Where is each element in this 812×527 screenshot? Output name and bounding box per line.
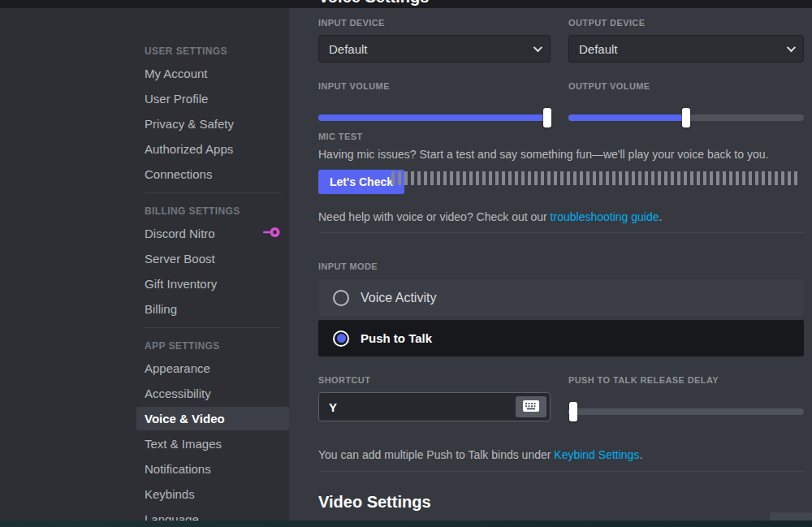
- nav-header-user-settings: USER SETTINGS: [136, 41, 289, 62]
- output-volume-group: OUTPUT VOLUME: [568, 81, 804, 127]
- sidebar-item-text-images[interactable]: Text & Images: [136, 432, 289, 456]
- shortcut-label: SHORTCUT: [318, 375, 551, 385]
- input-device-label: INPUT DEVICE: [318, 18, 551, 28]
- output-device-select[interactable]: Default: [568, 35, 804, 63]
- sidebar-item-authorized-apps[interactable]: Authorized Apps: [136, 137, 289, 161]
- input-volume-group: INPUT VOLUME: [318, 81, 551, 127]
- release-delay-group: PUSH TO TALK RELEASE DELAY: [568, 375, 804, 421]
- shortcut-value: Y: [329, 400, 337, 414]
- input-volume-fill: [318, 114, 547, 121]
- voice-video-settings-panel: INPUT DEVICE Default OUTPUT DEVICE Defau…: [318, 8, 804, 527]
- input-mode-option-voice-activity[interactable]: Voice Activity: [318, 279, 804, 316]
- shortcut-group: SHORTCUT Y: [318, 375, 551, 421]
- troubleshooting-guide-link[interactable]: troubleshooting guide: [551, 210, 659, 223]
- slider-track: [568, 408, 804, 415]
- input-volume-label: INPUT VOLUME: [318, 81, 551, 91]
- sidebar-item-accessibility[interactable]: Accessibility: [136, 382, 289, 405]
- output-volume-fill: [568, 114, 686, 121]
- nav-header-app-settings: APP SETTINGS: [136, 335, 289, 356]
- release-delay-label: PUSH TO TALK RELEASE DELAY: [568, 375, 804, 385]
- voice-help-text: Need help with voice or video? Check out…: [318, 210, 662, 223]
- nav-header-billing-settings: BILLING SETTINGS: [136, 201, 289, 222]
- radio-icon: [333, 330, 349, 347]
- top-edge-strip: Voice Settings: [0, 0, 812, 8]
- release-delay-slider[interactable]: [568, 402, 804, 421]
- sidebar-item-user-profile[interactable]: User Profile: [136, 87, 289, 110]
- output-device-label: OUTPUT DEVICE: [568, 18, 804, 28]
- output-volume-slider[interactable]: [568, 108, 804, 127]
- section-divider: [318, 471, 804, 472]
- sidebar-item-server-boost[interactable]: Server Boost: [136, 247, 289, 270]
- section-divider: [318, 232, 804, 233]
- nav-divider: [145, 327, 281, 328]
- keybind-note-text: You can add multiple Push to Talk binds …: [318, 448, 642, 461]
- radio-icon: [333, 290, 349, 306]
- release-delay-thumb[interactable]: [569, 402, 577, 421]
- settings-sidebar-pane: USER SETTINGS My Account User Profile Pr…: [0, 0, 289, 527]
- input-volume-slider[interactable]: [318, 108, 551, 127]
- sidebar-item-notifications[interactable]: Notifications: [136, 457, 289, 481]
- discord-settings-window: USER SETTINGS My Account User Profile Pr…: [0, 0, 812, 527]
- sidebar-item-my-account[interactable]: My Account: [136, 62, 289, 85]
- sidebar-item-connections[interactable]: Connections: [136, 162, 289, 186]
- shortcut-input[interactable]: Y: [318, 392, 551, 421]
- sidebar-item-billing[interactable]: Billing: [136, 297, 289, 321]
- mic-test-group: MIC TEST Having mic issues? Start a test…: [318, 132, 804, 194]
- bottom-edge-strip: [0, 521, 812, 527]
- input-mode-option-push-to-talk[interactable]: Push to Talk: [318, 320, 804, 356]
- output-volume-label: OUTPUT VOLUME: [568, 81, 804, 91]
- output-volume-thumb[interactable]: [682, 108, 690, 127]
- chevron-down-icon: [787, 43, 796, 52]
- input-mode-label: INPUT MODE: [318, 261, 804, 271]
- input-mode-group: INPUT MODE Voice Activity Push to Talk: [318, 261, 804, 356]
- record-keybind-button[interactable]: [516, 396, 546, 417]
- keybind-settings-link[interactable]: Keybind Settings: [554, 448, 639, 461]
- sidebar-item-discord-nitro[interactable]: Discord Nitro: [136, 222, 289, 245]
- mic-test-label: MIC TEST: [318, 132, 804, 141]
- nav-divider: [145, 192, 281, 193]
- input-device-select[interactable]: Default: [318, 35, 551, 63]
- voice-settings-heading-cutoff: Voice Settings: [318, 0, 429, 6]
- video-settings-heading: Video Settings: [318, 493, 431, 512]
- sidebar-item-voice-video[interactable]: Voice & Video: [136, 407, 289, 430]
- input-device-group: INPUT DEVICE Default: [318, 18, 551, 63]
- settings-nav: USER SETTINGS My Account User Profile Pr…: [136, 41, 289, 527]
- output-device-value: Default: [579, 42, 618, 56]
- input-volume-thumb[interactable]: [543, 108, 551, 127]
- nitro-icon: [263, 226, 281, 241]
- mic-test-description: Having mic issues? Start a test and say …: [318, 148, 804, 161]
- keyboard-icon: [523, 400, 539, 414]
- mic-level-meter: [391, 171, 800, 185]
- input-device-value: Default: [329, 42, 368, 56]
- sidebar-item-keybinds[interactable]: Keybinds: [136, 482, 289, 506]
- output-device-group: OUTPUT DEVICE Default: [568, 18, 804, 63]
- sidebar-item-appearance[interactable]: Appearance: [136, 356, 289, 380]
- sidebar-item-gift-inventory[interactable]: Gift Inventory: [136, 272, 289, 296]
- chevron-down-icon: [533, 43, 542, 52]
- sidebar-item-privacy-safety[interactable]: Privacy & Safety: [136, 112, 289, 136]
